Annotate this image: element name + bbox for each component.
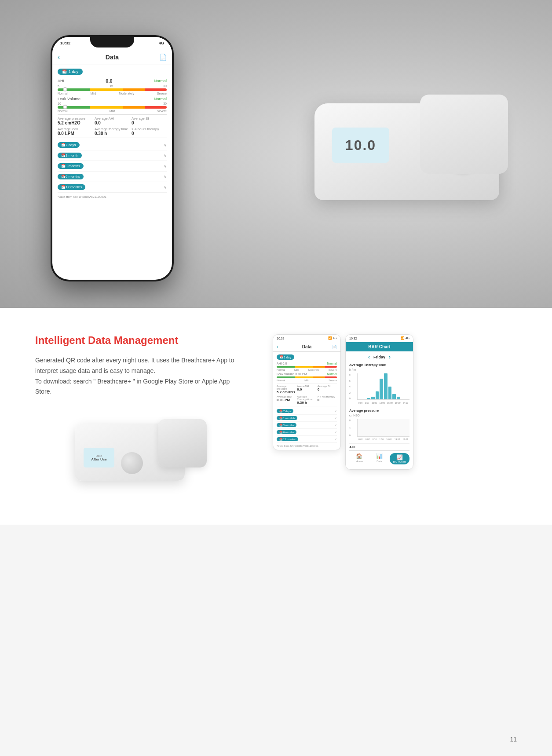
- mini-pdf-icon-1: 📄: [332, 345, 337, 349]
- mini-phone-data: 10:32 📶 4G ‹ Data 📄 📅 1 day AHI 0.0 Norm…: [273, 334, 341, 450]
- cpap-screen: 10.0: [332, 128, 389, 163]
- leak-slider: [58, 106, 167, 109]
- mini-status-bar-1: 10:32 📶 4G: [273, 335, 340, 342]
- back-arrow[interactable]: ‹: [58, 53, 60, 61]
- hand-phone-container: 10:32 4G ‹ Data 📄 📅: [18, 0, 207, 308]
- mini-chevron-1month: ∨: [334, 416, 337, 420]
- nav-bar-chart[interactable]: 📈 BAR Chart: [389, 453, 409, 464]
- chevron-7days: ∨: [164, 142, 167, 147]
- bottom-section: Intelligent Data Management Generated QR…: [0, 308, 552, 525]
- mini-6months-row[interactable]: 📅 6 months ∨: [277, 429, 337, 436]
- home-icon: 🏠: [356, 453, 362, 459]
- mini-chevron-3months: ∨: [334, 423, 337, 427]
- mini-divider1: [277, 383, 337, 383]
- avg-pressure-stat: Average pressure 5.2 cmH2O: [58, 117, 93, 125]
- chevron-12months: ∨: [164, 185, 167, 190]
- ahi-slider: [58, 88, 167, 91]
- nav-bar-chart-active: 📈 BAR Chart: [390, 453, 409, 464]
- period-6months-row[interactable]: 📅 6 months ∨: [58, 172, 167, 182]
- small-cpap-screen: Data After Use: [84, 448, 114, 467]
- mini-1day-badge[interactable]: 📅 1 day: [277, 354, 294, 360]
- mini-app-body-1: 📅 1 day AHI 0.0 Normal NormalMildModerat…: [273, 352, 340, 450]
- nav-data[interactable]: 📊 Data: [369, 453, 390, 464]
- cpap-device-background: 10.0: [306, 77, 526, 231]
- data-icon: 📊: [376, 453, 383, 459]
- bar-9: [397, 397, 400, 399]
- avg-ahi-stat: Average AHI 0.0: [95, 117, 130, 125]
- pressure-chart-area: [357, 419, 409, 437]
- bar-6: [384, 373, 387, 399]
- bar-8: [392, 394, 396, 399]
- pdf-icon: 📄: [159, 54, 167, 61]
- phone-content: ‹ Data 📄 📅 1 day AHI: [52, 49, 172, 280]
- bar-chart-body: ‹ Friday › Average Therapy time h / m 86…: [346, 351, 413, 469]
- mini-chevron-12months: ∨: [334, 437, 337, 441]
- mini-1month-row[interactable]: 📅 1 month b ∨: [277, 415, 337, 422]
- slider2-labels: NormalMildSevere: [58, 110, 167, 113]
- mini-3months-btn[interactable]: 📅 3 months: [277, 423, 296, 427]
- x-axis-labels: 0:000:0710:0013:0016:0019:0024:00: [357, 402, 409, 404]
- bar-chart-inner: [358, 373, 409, 399]
- avg-therapy-stat: Average therapy time 0.30 h: [95, 127, 130, 136]
- chevron-1month: ∨: [164, 153, 167, 158]
- period-12months-row[interactable]: 📅 12 months ∨: [58, 182, 167, 193]
- page-number: 11: [510, 736, 517, 743]
- nav-home[interactable]: 🏠 Home: [349, 453, 369, 464]
- mini-6months-btn[interactable]: 📅 6 months: [277, 430, 296, 434]
- friday-nav: ‹ Friday ›: [349, 354, 409, 360]
- mini-leak-slider: [277, 376, 337, 378]
- chevron-3months: ∨: [164, 164, 167, 168]
- mini-app-header-1: ‹ Data 📄: [273, 342, 340, 352]
- slider1-numbers: 51530: [58, 84, 167, 88]
- device-image-container: Data After Use: [35, 410, 246, 498]
- description-text: Generated QR code after every night use.…: [35, 355, 246, 397]
- mini-slider2-labels: NormalMildSevere: [277, 379, 337, 382]
- avg-therapy-chart-title: Average Therapy time: [349, 363, 409, 367]
- phone-inner: 10:32 4G ‹ Data 📄 📅: [52, 37, 172, 280]
- pressure-chart-container: 840 0:010:070:101:0016:0119:0019:01: [349, 419, 409, 441]
- mini-status-bar-2: 10:32 📶 4G: [346, 335, 413, 342]
- mini-stats-1: Average pressure 5.2 cmH2O Avera AHI 0.0…: [277, 385, 337, 394]
- small-cpap-device: Data After Use: [75, 410, 207, 498]
- period-1day-badge[interactable]: 📅 1 day: [58, 69, 83, 75]
- period-1month-btn[interactable]: 📅 1 month: [58, 153, 82, 158]
- period-1month-row[interactable]: 📅 1 month ∨: [58, 150, 167, 161]
- stats-grid: Average pressure 5.2 cmH2O Average AHI 0…: [58, 117, 167, 125]
- prev-day-arrow[interactable]: ‹: [368, 354, 370, 360]
- avg-pressure-unit: cmH2O: [349, 414, 409, 417]
- mini-12months-row[interactable]: 📅 12 months ∨: [277, 436, 337, 443]
- period-3months-row[interactable]: 📅 3 months ∨: [58, 161, 167, 172]
- ahi-row: AHI 0.0 Normal: [58, 78, 167, 84]
- divider2: [58, 138, 167, 138]
- period-3months-btn[interactable]: 📅 3 months: [58, 163, 84, 169]
- mini-avg-si: Average SI 0: [318, 385, 337, 394]
- mini-3months-row[interactable]: 📅 3 months ∨: [277, 422, 337, 429]
- mini-slider1-labels: NormalMildModerateSevere: [277, 369, 337, 371]
- y-axis-labels: 86420: [349, 373, 351, 400]
- mini-bottom-nav: 🏠 Home 📊 Data 📈 BAR Chart: [349, 450, 409, 467]
- bar-5: [380, 379, 383, 399]
- phone-wrapper: 10:32 4G ‹ Data 📄 📅: [51, 35, 174, 281]
- mini-12months-btn[interactable]: 📅 12 months: [277, 437, 298, 441]
- bar-chart-title: BAR Chart: [368, 344, 391, 349]
- mini-7days-btn[interactable]: 📅 7 days: [277, 409, 293, 413]
- pressure-x-labels: 0:010:070:101:0016:0119:0019:01: [357, 438, 409, 441]
- ahi-chart-title: AHI: [349, 445, 409, 449]
- bar-7: [388, 387, 392, 400]
- chevron-6months: ∨: [164, 174, 167, 179]
- period-6months-btn[interactable]: 📅 6 months: [58, 174, 84, 179]
- mini-avg-pressure: Average pressure 5.2 cmH2O: [277, 385, 296, 394]
- mini-1month-btn[interactable]: 📅 1 month b: [277, 416, 297, 420]
- period-7days-btn[interactable]: 📅 7 days: [58, 142, 80, 148]
- phone-app-body: 📅 1 day AHI 0.0 Normal 5153: [52, 65, 172, 202]
- next-day-arrow[interactable]: ›: [389, 354, 391, 360]
- mini-7days-row[interactable]: 📅 7 days ∨: [277, 408, 337, 415]
- bar-divider1: [349, 407, 409, 407]
- pressure-y-labels: 840: [349, 419, 351, 437]
- small-cpap-humidifier: [158, 419, 207, 467]
- bar-chart-container: 86420: [349, 373, 409, 404]
- period-12months-btn[interactable]: 📅 12 months: [58, 184, 85, 190]
- bar-3: [371, 397, 375, 399]
- period-7days-row[interactable]: 📅 7 days ∨: [58, 140, 167, 150]
- mini-back-arrow-1[interactable]: ‹: [277, 344, 278, 349]
